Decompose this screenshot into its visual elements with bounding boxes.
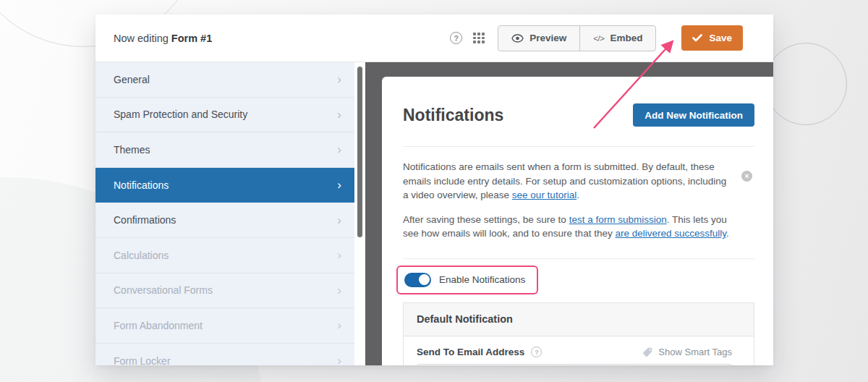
now-editing-prefix: Now editing xyxy=(114,33,169,44)
topbar: Now editing Form #1 ? Preview </> Embed xyxy=(95,14,773,62)
sidebar-item-general[interactable]: General › xyxy=(95,62,354,98)
chevron-right-icon: › xyxy=(337,214,341,226)
sidebar-item-label: Calculations xyxy=(114,250,169,261)
chevron-right-icon: › xyxy=(337,355,341,365)
notice-text: . xyxy=(726,228,729,239)
chevron-right-icon: › xyxy=(337,284,341,297)
notice-paragraph-2: After saving these settings, be sure to … xyxy=(403,213,754,241)
test-submission-link[interactable]: test a form submission xyxy=(569,214,667,225)
dismiss-notice-icon[interactable]: × xyxy=(741,171,752,182)
form-name: Form #1 xyxy=(171,33,212,44)
chevron-right-icon: › xyxy=(337,109,341,121)
sidebar-item-confirmations[interactable]: Confirmations › xyxy=(95,203,354,238)
notice-text: After saving these settings, be sure to xyxy=(403,214,569,225)
embed-button[interactable]: </> Embed xyxy=(579,26,655,51)
form-builder-window: Now editing Form #1 ? Preview </> Embed xyxy=(95,14,773,365)
code-icon: </> xyxy=(593,34,604,43)
field-label-text: Send To Email Address xyxy=(417,347,524,357)
settings-sidebar: General › Spam Protection and Security ›… xyxy=(95,62,354,365)
chevron-right-icon: › xyxy=(337,319,341,331)
sidebar-item-label: Spam Protection and Security xyxy=(114,109,247,120)
preview-embed-group: Preview </> Embed xyxy=(498,25,656,51)
sidebar-item-label: Confirmations xyxy=(114,214,176,226)
show-smart-tags-button[interactable]: Show Smart Tags xyxy=(642,347,732,357)
sidebar-item-themes[interactable]: Themes › xyxy=(95,132,354,168)
divider xyxy=(403,146,754,147)
send-to-email-input[interactable] xyxy=(417,364,732,366)
card-body: Send To Email Address ? Show Smart Tags xyxy=(404,336,754,366)
chevron-right-icon: › xyxy=(337,73,341,85)
settings-content-backdrop: Notifications Add New Notification Notif… xyxy=(365,62,773,365)
preview-label: Preview xyxy=(529,33,566,43)
page-title: Notifications xyxy=(403,103,503,127)
decorative-circle xyxy=(765,43,847,125)
notice-text: . xyxy=(576,190,579,200)
notifications-panel: Notifications Add New Notification Notif… xyxy=(382,77,773,365)
now-editing-title: Now editing Form #1 xyxy=(114,33,212,44)
sidebar-item-form-abandonment[interactable]: Form Abandonment › xyxy=(95,308,354,344)
sidebar-item-conversational-forms[interactable]: Conversational Forms › xyxy=(95,273,354,309)
check-icon xyxy=(692,34,702,42)
sidebar-item-calculations[interactable]: Calculations › xyxy=(95,238,354,273)
sidebar-item-notifications[interactable]: Notifications › xyxy=(95,168,354,203)
field-label: Send To Email Address ? xyxy=(417,347,542,357)
send-to-field-row: Send To Email Address ? Show Smart Tags xyxy=(417,345,732,360)
default-notification-card: Default Notification Send To Email Addre… xyxy=(403,302,754,366)
preview-button[interactable]: Preview xyxy=(498,26,579,51)
panel-header: Notifications Add New Notification xyxy=(403,77,754,127)
notice-block: Notifications are emails sent when a for… xyxy=(403,160,754,241)
add-new-notification-button[interactable]: Add New Notification xyxy=(633,103,754,127)
chevron-right-icon: › xyxy=(337,179,341,191)
sidebar-item-label: Form Abandonment xyxy=(114,320,203,331)
sidebar-item-label: General xyxy=(114,74,150,85)
delivered-successfully-link[interactable]: are delivered successfully xyxy=(615,228,726,239)
sidebar-scrollbar-track xyxy=(354,62,365,365)
toggle-label: Enable Notifications xyxy=(439,274,525,285)
embed-label: Embed xyxy=(610,33,642,43)
chevron-right-icon: › xyxy=(337,249,341,261)
sidebar-item-label: Form Locker xyxy=(114,355,171,365)
save-button[interactable]: Save xyxy=(681,25,743,51)
tag-icon xyxy=(642,347,653,357)
sidebar-item-label: Themes xyxy=(114,144,150,156)
sidebar-item-form-locker[interactable]: Form Locker › xyxy=(95,344,354,365)
save-label: Save xyxy=(709,33,732,43)
topbar-actions: ? Preview </> Embed xyxy=(450,25,743,51)
card-header: Default Notification xyxy=(404,303,754,336)
help-icon[interactable]: ? xyxy=(450,32,462,44)
sidebar-item-label: Conversational Forms xyxy=(114,284,213,296)
builder-body: General › Spam Protection and Security ›… xyxy=(95,62,773,365)
sidebar-scrollbar-thumb[interactable] xyxy=(357,67,362,237)
notice-paragraph-1: Notifications are emails sent when a for… xyxy=(403,160,754,203)
enable-notifications-toggle[interactable] xyxy=(404,273,431,287)
toggle-highlight-box: Enable Notifications xyxy=(396,266,538,294)
divider xyxy=(403,258,754,259)
toggle-knob xyxy=(419,274,430,285)
chevron-right-icon: › xyxy=(337,143,341,156)
eye-icon xyxy=(511,34,524,43)
sidebar-item-spam-protection[interactable]: Spam Protection and Security › xyxy=(95,98,354,133)
tutorial-link[interactable]: see our tutorial xyxy=(512,190,576,200)
field-help-icon[interactable]: ? xyxy=(531,347,542,357)
grid-icon[interactable] xyxy=(473,33,485,43)
sidebar-item-label: Notifications xyxy=(114,179,169,191)
smart-tags-label: Show Smart Tags xyxy=(658,347,732,357)
